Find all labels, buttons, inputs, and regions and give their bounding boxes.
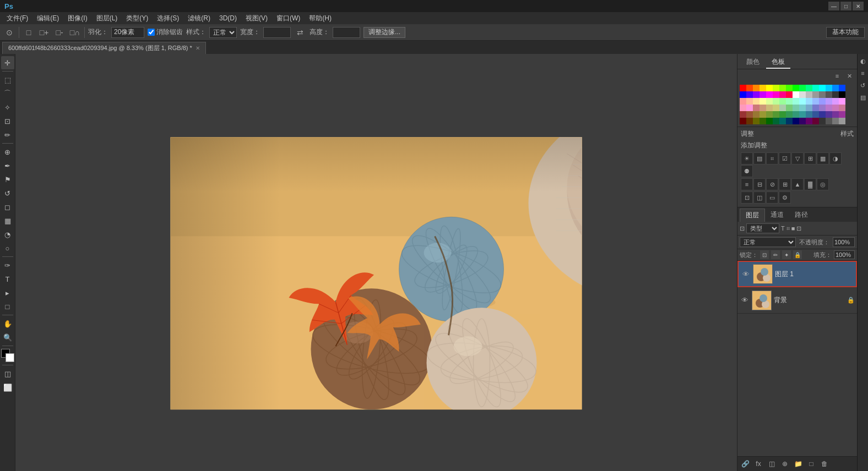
color-swatch[interactable] xyxy=(806,91,812,98)
height-input[interactable] xyxy=(333,27,360,38)
color-swatch[interactable] xyxy=(793,105,799,111)
hsl-adj-btn[interactable]: ⊞ xyxy=(804,152,816,165)
lock-position-btn[interactable]: ✏ xyxy=(771,250,780,259)
color-swatch[interactable] xyxy=(760,91,766,98)
background-color[interactable] xyxy=(6,353,14,362)
color-swatch[interactable] xyxy=(740,85,746,91)
color-swatch[interactable] xyxy=(779,91,786,98)
foreground-background-color[interactable] xyxy=(1,349,14,362)
layer-item-background[interactable]: 👁 背景 🔒 xyxy=(737,287,857,314)
healing-brush-tool[interactable]: ⊕ xyxy=(1,145,14,158)
color-swatch[interactable] xyxy=(832,111,839,118)
color-swatch[interactable] xyxy=(766,105,773,111)
document-tab[interactable]: 600ffd601f48b2660333cead0209394.jpg @ 8.… xyxy=(2,42,206,54)
clone-stamp-tool[interactable]: ⚑ xyxy=(1,173,14,186)
menu-item-l[interactable]: 图层(L) xyxy=(92,13,122,24)
color-swatch[interactable] xyxy=(766,118,773,124)
color-swatch[interactable] xyxy=(753,98,760,105)
color-swatch[interactable] xyxy=(746,91,753,98)
color-swatch[interactable] xyxy=(786,118,793,124)
workspace-button[interactable]: 基本功能 xyxy=(826,27,865,38)
color-swatch[interactable] xyxy=(812,91,819,98)
color-swatch[interactable] xyxy=(806,98,812,105)
color-swatch[interactable] xyxy=(839,105,845,111)
color-swatch[interactable] xyxy=(766,111,773,118)
layer-type-filter[interactable]: 类型 xyxy=(746,223,779,233)
color-swatch[interactable] xyxy=(760,118,766,124)
width-input[interactable] xyxy=(263,27,291,38)
color-swatch[interactable] xyxy=(779,105,786,111)
menu-item-h[interactable]: 帮助(H) xyxy=(305,13,336,24)
color-lookup-adj-btn[interactable]: ⊟ xyxy=(753,178,766,190)
pattern-adj-btn[interactable]: ⊡ xyxy=(741,191,753,204)
color-swatch[interactable] xyxy=(806,105,812,111)
panel-collapse-icon[interactable]: ≡ xyxy=(832,70,843,81)
filter-adj-icon[interactable]: ⌗ xyxy=(786,225,790,232)
add-layer-btn[interactable]: □ xyxy=(806,458,817,469)
invert-adj-btn[interactable]: ⊘ xyxy=(766,178,778,190)
color-swatch[interactable] xyxy=(826,118,832,124)
quick-mask-mode[interactable]: ◫ xyxy=(1,367,14,380)
color-swatch[interactable] xyxy=(786,98,793,105)
color-swatch[interactable] xyxy=(806,118,812,124)
quick-select-tool[interactable]: ✧ xyxy=(1,101,14,114)
color-swatch[interactable] xyxy=(826,98,832,105)
color-swatch[interactable] xyxy=(826,85,832,91)
color-swatch[interactable] xyxy=(773,111,779,118)
color-swatch[interactable] xyxy=(839,118,845,124)
color-swatch[interactable] xyxy=(812,118,819,124)
color-swatch[interactable] xyxy=(786,111,793,118)
color-swatch[interactable] xyxy=(766,91,773,98)
color-swatch[interactable] xyxy=(812,111,819,118)
color-swatch[interactable] xyxy=(773,85,779,91)
curves-adj-btn[interactable]: ⌗ xyxy=(766,152,778,165)
add-mask-btn[interactable]: ◫ xyxy=(766,458,777,469)
swatches-tab[interactable]: 色板 xyxy=(766,56,790,69)
eyedropper-tool[interactable]: ✏ xyxy=(1,128,14,141)
color-swatch[interactable] xyxy=(786,85,793,91)
color-swatch[interactable] xyxy=(786,105,793,111)
add-style-btn[interactable]: fx xyxy=(753,458,764,469)
mini-layers-icon[interactable]: ▤ xyxy=(858,92,868,102)
mini-history-icon[interactable]: ↺ xyxy=(858,80,868,90)
intersect-sel-icon[interactable]: □∩ xyxy=(69,26,81,39)
color-swatch[interactable] xyxy=(832,91,839,98)
color-tab[interactable]: 颜色 xyxy=(741,56,765,69)
menu-item-e[interactable]: 编辑(E) xyxy=(32,13,63,24)
gradientmap-adj-btn[interactable]: ▓ xyxy=(804,178,816,190)
color-swatch[interactable] xyxy=(826,105,832,111)
paths-tab[interactable]: 路径 xyxy=(789,209,813,222)
color-swatch[interactable] xyxy=(819,105,826,111)
marquee-tool[interactable]: ⬚ xyxy=(1,73,14,86)
color-swatch[interactable] xyxy=(740,118,746,124)
color-swatch[interactable] xyxy=(746,98,753,105)
color-swatch[interactable] xyxy=(819,98,826,105)
background-visibility-toggle[interactable]: 👁 xyxy=(740,295,750,305)
photo-filter-adj-btn[interactable]: ⚉ xyxy=(741,165,753,177)
dodge-tool[interactable]: ○ xyxy=(1,242,14,255)
color-swatch[interactable] xyxy=(746,118,753,124)
menu-item-s[interactable]: 选择(S) xyxy=(153,13,183,24)
add-group-btn[interactable]: 📁 xyxy=(793,458,804,469)
color-swatch[interactable] xyxy=(799,118,806,124)
smooth-checkbox[interactable] xyxy=(148,29,155,36)
style-select[interactable]: 正常 xyxy=(209,27,237,38)
feather-input[interactable] xyxy=(111,27,144,38)
lock-all-btn[interactable]: 🔒 xyxy=(793,250,802,259)
brightness-adj-btn[interactable]: ☀ xyxy=(741,152,753,165)
menu-item-y[interactable]: 类型(Y) xyxy=(122,13,153,24)
solidcolor-adj-btn[interactable]: ◫ xyxy=(753,191,766,204)
color-swatch[interactable] xyxy=(779,85,786,91)
exposure-adj-btn[interactable]: ☑ xyxy=(779,152,791,165)
adjust-edge-button[interactable]: 调整边缘... xyxy=(364,27,405,38)
color-swatch[interactable] xyxy=(832,105,839,111)
color-swatch[interactable] xyxy=(799,98,806,105)
brush-tool[interactable]: ✒ xyxy=(1,159,14,172)
color-swatch[interactable] xyxy=(740,111,746,118)
swap-icon[interactable]: ⇄ xyxy=(294,26,306,39)
color-swatch[interactable] xyxy=(839,91,845,98)
rect-sel-icon[interactable]: □ xyxy=(23,26,35,39)
gradient-tool[interactable]: ▦ xyxy=(1,214,14,227)
maximize-button[interactable]: □ xyxy=(840,2,851,10)
color-swatch[interactable] xyxy=(793,118,799,124)
